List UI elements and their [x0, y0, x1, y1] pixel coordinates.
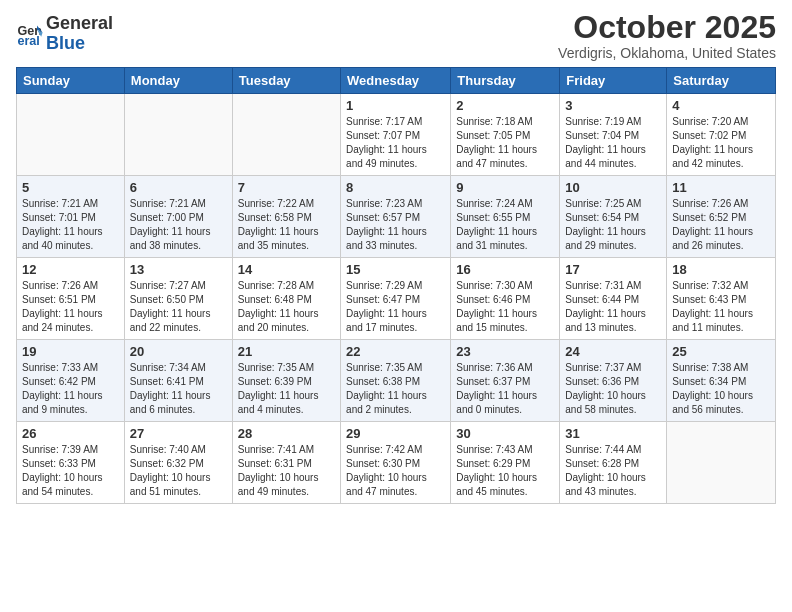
calendar-cell — [667, 422, 776, 504]
day-number: 31 — [565, 426, 661, 441]
calendar-cell: 4Sunrise: 7:20 AM Sunset: 7:02 PM Daylig… — [667, 94, 776, 176]
calendar-cell: 8Sunrise: 7:23 AM Sunset: 6:57 PM Daylig… — [341, 176, 451, 258]
day-info: Sunrise: 7:26 AM Sunset: 6:52 PM Dayligh… — [672, 197, 770, 253]
calendar-cell: 22Sunrise: 7:35 AM Sunset: 6:38 PM Dayli… — [341, 340, 451, 422]
day-info: Sunrise: 7:35 AM Sunset: 6:39 PM Dayligh… — [238, 361, 335, 417]
calendar-cell: 3Sunrise: 7:19 AM Sunset: 7:04 PM Daylig… — [560, 94, 667, 176]
day-info: Sunrise: 7:19 AM Sunset: 7:04 PM Dayligh… — [565, 115, 661, 171]
logo-text: General Blue — [46, 14, 113, 54]
title-block: October 2025 Verdigris, Oklahoma, United… — [558, 10, 776, 61]
calendar-cell: 27Sunrise: 7:40 AM Sunset: 6:32 PM Dayli… — [124, 422, 232, 504]
day-info: Sunrise: 7:26 AM Sunset: 6:51 PM Dayligh… — [22, 279, 119, 335]
calendar-cell: 12Sunrise: 7:26 AM Sunset: 6:51 PM Dayli… — [17, 258, 125, 340]
calendar-cell: 5Sunrise: 7:21 AM Sunset: 7:01 PM Daylig… — [17, 176, 125, 258]
calendar-cell: 25Sunrise: 7:38 AM Sunset: 6:34 PM Dayli… — [667, 340, 776, 422]
calendar-cell: 10Sunrise: 7:25 AM Sunset: 6:54 PM Dayli… — [560, 176, 667, 258]
day-number: 12 — [22, 262, 119, 277]
day-info: Sunrise: 7:20 AM Sunset: 7:02 PM Dayligh… — [672, 115, 770, 171]
day-info: Sunrise: 7:31 AM Sunset: 6:44 PM Dayligh… — [565, 279, 661, 335]
weekday-header-friday: Friday — [560, 68, 667, 94]
day-info: Sunrise: 7:18 AM Sunset: 7:05 PM Dayligh… — [456, 115, 554, 171]
calendar-cell: 17Sunrise: 7:31 AM Sunset: 6:44 PM Dayli… — [560, 258, 667, 340]
day-info: Sunrise: 7:39 AM Sunset: 6:33 PM Dayligh… — [22, 443, 119, 499]
day-number: 17 — [565, 262, 661, 277]
day-info: Sunrise: 7:40 AM Sunset: 6:32 PM Dayligh… — [130, 443, 227, 499]
calendar-cell: 19Sunrise: 7:33 AM Sunset: 6:42 PM Dayli… — [17, 340, 125, 422]
calendar-cell — [17, 94, 125, 176]
day-number: 23 — [456, 344, 554, 359]
calendar-cell: 29Sunrise: 7:42 AM Sunset: 6:30 PM Dayli… — [341, 422, 451, 504]
day-info: Sunrise: 7:36 AM Sunset: 6:37 PM Dayligh… — [456, 361, 554, 417]
calendar-cell: 9Sunrise: 7:24 AM Sunset: 6:55 PM Daylig… — [451, 176, 560, 258]
day-number: 2 — [456, 98, 554, 113]
day-info: Sunrise: 7:23 AM Sunset: 6:57 PM Dayligh… — [346, 197, 445, 253]
calendar-cell: 7Sunrise: 7:22 AM Sunset: 6:58 PM Daylig… — [232, 176, 340, 258]
day-info: Sunrise: 7:37 AM Sunset: 6:36 PM Dayligh… — [565, 361, 661, 417]
logo-icon: Gen eral — [16, 20, 44, 48]
calendar-cell: 13Sunrise: 7:27 AM Sunset: 6:50 PM Dayli… — [124, 258, 232, 340]
weekday-header-wednesday: Wednesday — [341, 68, 451, 94]
day-info: Sunrise: 7:34 AM Sunset: 6:41 PM Dayligh… — [130, 361, 227, 417]
day-number: 26 — [22, 426, 119, 441]
page-header: Gen eral General Blue October 2025 Verdi… — [16, 10, 776, 61]
calendar-cell: 2Sunrise: 7:18 AM Sunset: 7:05 PM Daylig… — [451, 94, 560, 176]
day-info: Sunrise: 7:43 AM Sunset: 6:29 PM Dayligh… — [456, 443, 554, 499]
weekday-header-tuesday: Tuesday — [232, 68, 340, 94]
day-number: 15 — [346, 262, 445, 277]
calendar-cell: 24Sunrise: 7:37 AM Sunset: 6:36 PM Dayli… — [560, 340, 667, 422]
day-info: Sunrise: 7:22 AM Sunset: 6:58 PM Dayligh… — [238, 197, 335, 253]
day-number: 25 — [672, 344, 770, 359]
day-number: 18 — [672, 262, 770, 277]
day-number: 16 — [456, 262, 554, 277]
day-number: 8 — [346, 180, 445, 195]
calendar-cell: 11Sunrise: 7:26 AM Sunset: 6:52 PM Dayli… — [667, 176, 776, 258]
calendar-cell: 20Sunrise: 7:34 AM Sunset: 6:41 PM Dayli… — [124, 340, 232, 422]
day-number: 21 — [238, 344, 335, 359]
day-number: 28 — [238, 426, 335, 441]
day-number: 1 — [346, 98, 445, 113]
svg-text:eral: eral — [17, 34, 39, 48]
day-info: Sunrise: 7:35 AM Sunset: 6:38 PM Dayligh… — [346, 361, 445, 417]
day-number: 22 — [346, 344, 445, 359]
day-info: Sunrise: 7:17 AM Sunset: 7:07 PM Dayligh… — [346, 115, 445, 171]
day-info: Sunrise: 7:27 AM Sunset: 6:50 PM Dayligh… — [130, 279, 227, 335]
day-number: 20 — [130, 344, 227, 359]
day-info: Sunrise: 7:33 AM Sunset: 6:42 PM Dayligh… — [22, 361, 119, 417]
calendar-cell: 23Sunrise: 7:36 AM Sunset: 6:37 PM Dayli… — [451, 340, 560, 422]
logo: Gen eral General Blue — [16, 14, 113, 54]
day-number: 6 — [130, 180, 227, 195]
day-number: 24 — [565, 344, 661, 359]
day-number: 9 — [456, 180, 554, 195]
day-info: Sunrise: 7:30 AM Sunset: 6:46 PM Dayligh… — [456, 279, 554, 335]
day-info: Sunrise: 7:38 AM Sunset: 6:34 PM Dayligh… — [672, 361, 770, 417]
day-number: 27 — [130, 426, 227, 441]
day-info: Sunrise: 7:21 AM Sunset: 7:00 PM Dayligh… — [130, 197, 227, 253]
calendar-cell: 18Sunrise: 7:32 AM Sunset: 6:43 PM Dayli… — [667, 258, 776, 340]
weekday-header-sunday: Sunday — [17, 68, 125, 94]
day-number: 10 — [565, 180, 661, 195]
calendar-cell: 1Sunrise: 7:17 AM Sunset: 7:07 PM Daylig… — [341, 94, 451, 176]
day-info: Sunrise: 7:42 AM Sunset: 6:30 PM Dayligh… — [346, 443, 445, 499]
day-number: 4 — [672, 98, 770, 113]
calendar-cell — [124, 94, 232, 176]
calendar-cell: 14Sunrise: 7:28 AM Sunset: 6:48 PM Dayli… — [232, 258, 340, 340]
day-number: 5 — [22, 180, 119, 195]
calendar-cell: 16Sunrise: 7:30 AM Sunset: 6:46 PM Dayli… — [451, 258, 560, 340]
calendar-cell: 15Sunrise: 7:29 AM Sunset: 6:47 PM Dayli… — [341, 258, 451, 340]
day-number: 29 — [346, 426, 445, 441]
day-number: 11 — [672, 180, 770, 195]
calendar-cell: 6Sunrise: 7:21 AM Sunset: 7:00 PM Daylig… — [124, 176, 232, 258]
calendar-cell: 26Sunrise: 7:39 AM Sunset: 6:33 PM Dayli… — [17, 422, 125, 504]
calendar-cell: 30Sunrise: 7:43 AM Sunset: 6:29 PM Dayli… — [451, 422, 560, 504]
day-info: Sunrise: 7:41 AM Sunset: 6:31 PM Dayligh… — [238, 443, 335, 499]
calendar-cell: 21Sunrise: 7:35 AM Sunset: 6:39 PM Dayli… — [232, 340, 340, 422]
weekday-header-monday: Monday — [124, 68, 232, 94]
day-number: 30 — [456, 426, 554, 441]
day-number: 14 — [238, 262, 335, 277]
calendar-table: SundayMondayTuesdayWednesdayThursdayFrid… — [16, 67, 776, 504]
day-info: Sunrise: 7:29 AM Sunset: 6:47 PM Dayligh… — [346, 279, 445, 335]
day-info: Sunrise: 7:24 AM Sunset: 6:55 PM Dayligh… — [456, 197, 554, 253]
calendar-cell: 31Sunrise: 7:44 AM Sunset: 6:28 PM Dayli… — [560, 422, 667, 504]
day-info: Sunrise: 7:44 AM Sunset: 6:28 PM Dayligh… — [565, 443, 661, 499]
weekday-header-thursday: Thursday — [451, 68, 560, 94]
